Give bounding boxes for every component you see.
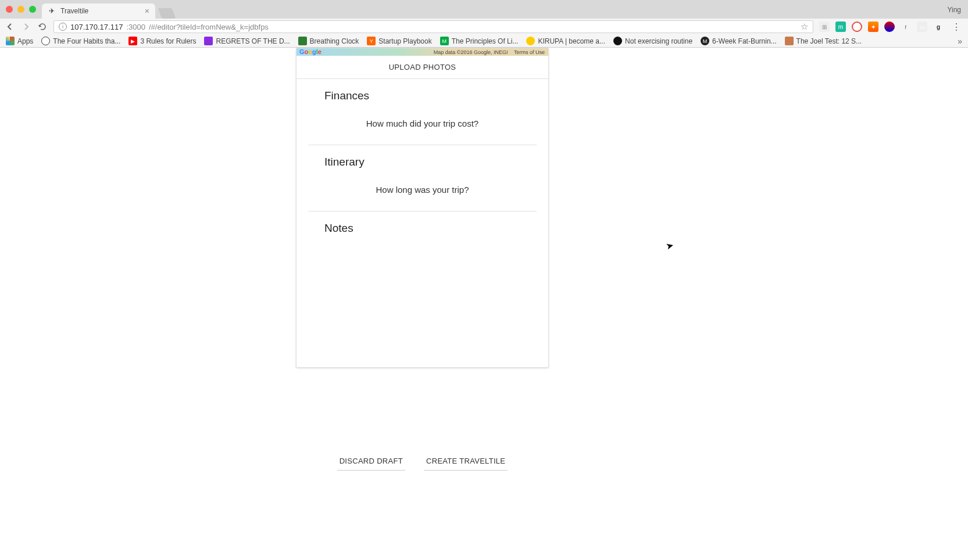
- create-traveltile-button[interactable]: CREATE TRAVELTILE: [424, 452, 508, 471]
- finances-section: Finances How much did your trip cost?: [308, 79, 537, 145]
- extension-icon[interactable]: ⊞: [819, 21, 830, 32]
- bookmark-item[interactable]: YStartup Playbook: [367, 37, 431, 45]
- back-button[interactable]: [5, 21, 15, 32]
- new-tab-button[interactable]: [158, 8, 176, 19]
- notes-textarea[interactable]: [324, 235, 520, 351]
- bookmark-item[interactable]: KIRUPA | become a...: [526, 37, 605, 45]
- url-path: /#/editor?tileId=fromNew&_k=jdbfps: [149, 23, 269, 31]
- finances-heading: Finances: [324, 89, 520, 102]
- bookmarks-bar: Apps The Four Habits tha... ▶3 Rules for…: [0, 35, 968, 48]
- bookmark-label: Breathing Clock: [310, 37, 359, 45]
- itinerary-section: Itinerary How long was your trip?: [308, 145, 537, 211]
- page-content: Google Map data ©2016 Google, INEGI Term…: [0, 48, 968, 560]
- maximize-window-button[interactable]: [29, 6, 36, 13]
- bookmark-item[interactable]: M6-Week Fat-Burnin...: [701, 37, 776, 45]
- bookmark-icon: M: [440, 37, 449, 45]
- url-port: :3000: [126, 23, 145, 31]
- address-bar: i 107.170.17.117:3000/#/editor?tileId=fr…: [0, 19, 968, 35]
- tab-title: Traveltile: [60, 7, 88, 15]
- bookmark-label: Not exercising routine: [625, 37, 692, 45]
- forward-button[interactable]: [21, 21, 31, 32]
- discard-draft-button[interactable]: DISCARD DRAFT: [337, 452, 405, 471]
- bookmark-icon: Y: [367, 37, 376, 45]
- reload-button[interactable]: [37, 21, 48, 32]
- bookmark-item[interactable]: Not exercising routine: [613, 37, 692, 45]
- notes-heading: Notes: [324, 222, 520, 235]
- mouse-cursor-icon: ➤: [665, 240, 674, 253]
- tab-favicon: ✈: [48, 7, 56, 15]
- bookmark-item[interactable]: REGRETS OF THE D...: [204, 37, 290, 45]
- notes-section: Notes: [308, 211, 537, 367]
- url-host: 107.170.17.117: [70, 23, 123, 31]
- action-buttons: DISCARD DRAFT CREATE TRAVELTILE: [296, 432, 549, 471]
- extension-icon[interactable]: g: [933, 21, 944, 32]
- bookmark-icon: M: [701, 37, 709, 45]
- bookmark-label: The Four Habits tha...: [53, 37, 120, 45]
- map-terms-link[interactable]: Terms of Use: [514, 49, 545, 55]
- bookmark-item[interactable]: Breathing Clock: [298, 37, 359, 45]
- url-input[interactable]: i 107.170.17.117:3000/#/editor?tileId=fr…: [53, 20, 813, 33]
- bookmark-item[interactable]: MThe Principles Of Li...: [440, 37, 519, 45]
- bookmark-icon: [613, 37, 622, 45]
- google-logo: Google: [299, 48, 322, 55]
- apps-icon: [6, 37, 15, 45]
- extension-icon[interactable]: ✦: [868, 21, 878, 32]
- itinerary-heading: Itinerary: [324, 156, 520, 168]
- tab-traveltile[interactable]: ✈ Traveltile ×: [42, 3, 155, 19]
- bookmark-label: KIRUPA | become a...: [538, 37, 605, 45]
- editor-card: Google Map data ©2016 Google, INEGI Term…: [296, 48, 549, 368]
- extension-icon[interactable]: [852, 21, 862, 32]
- map-preview: Google Map data ©2016 Google, INEGI Term…: [297, 48, 548, 56]
- site-info-icon[interactable]: i: [59, 23, 67, 31]
- bookmark-item[interactable]: The Four Habits tha...: [41, 37, 120, 45]
- bookmark-icon: [204, 37, 213, 45]
- bookmark-icon: [526, 37, 535, 45]
- bookmark-label: The Principles Of Li...: [452, 37, 519, 45]
- bookmark-label: The Joel Test: 12 S...: [796, 37, 862, 45]
- window-controls: [6, 6, 36, 13]
- extension-icon[interactable]: ▭: [917, 21, 927, 32]
- bookmark-label: 3 Rules for Rulers: [140, 37, 196, 45]
- bookmark-item[interactable]: ▶3 Rules for Rulers: [128, 37, 196, 45]
- browser-chrome: Ying ✈ Traveltile × i 107.170.17.117:300…: [0, 0, 968, 48]
- bookmark-icon: [298, 37, 307, 45]
- upload-photos-button[interactable]: UPLOAD PHOTOS: [297, 56, 548, 79]
- extension-icon[interactable]: m: [835, 21, 846, 32]
- tab-close-icon[interactable]: ×: [145, 6, 149, 16]
- map-copyright: Map data ©2016 Google, INEGI: [434, 49, 508, 55]
- profile-name[interactable]: Ying: [947, 6, 961, 14]
- bookmark-icon: [41, 37, 50, 45]
- minimize-window-button[interactable]: [17, 6, 24, 13]
- extension-icons: ⊞ m ✦ r ▭ g: [819, 21, 944, 32]
- bookmark-item[interactable]: The Joel Test: 12 S...: [785, 37, 862, 45]
- bookmark-label: Apps: [17, 37, 33, 45]
- bookmark-apps[interactable]: Apps: [6, 37, 33, 45]
- bookmarks-overflow-icon[interactable]: »: [958, 37, 962, 46]
- extension-icon[interactable]: r: [901, 21, 911, 32]
- browser-menu-icon[interactable]: ⋮: [949, 21, 963, 33]
- bookmark-icon: ▶: [128, 37, 137, 45]
- finances-prompt[interactable]: How much did your trip cost?: [324, 119, 520, 128]
- bookmark-label: Startup Playbook: [378, 37, 431, 45]
- tab-bar: ✈ Traveltile ×: [42, 3, 174, 19]
- bookmark-label: 6-Week Fat-Burnin...: [712, 37, 776, 45]
- extension-icon[interactable]: [884, 21, 895, 32]
- bookmark-star-icon[interactable]: ☆: [801, 21, 808, 32]
- bookmark-label: REGRETS OF THE D...: [216, 37, 290, 45]
- map-credits: Map data ©2016 Google, INEGI Terms of Us…: [434, 49, 545, 55]
- close-window-button[interactable]: [6, 6, 13, 13]
- bookmark-icon: [785, 37, 794, 45]
- itinerary-prompt[interactable]: How long was your trip?: [324, 185, 520, 195]
